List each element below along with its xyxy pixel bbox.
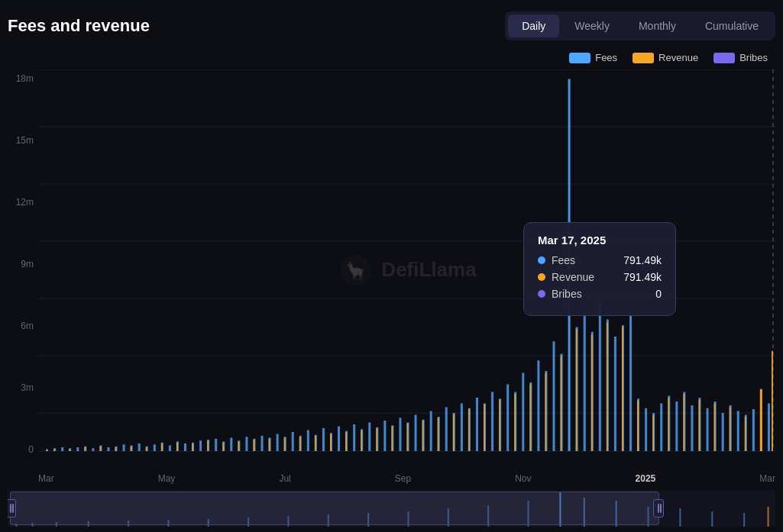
svg-rect-150 [760,390,762,451]
scrollbar-handle[interactable] [10,492,659,525]
svg-rect-178 [768,507,769,527]
svg-rect-44 [322,428,325,451]
revenue-color-swatch [633,53,654,63]
svg-rect-32 [230,438,232,452]
svg-rect-132 [484,405,485,451]
svg-rect-133 [499,400,500,452]
svg-rect-102 [768,404,770,452]
tab-weekly[interactable]: Weekly [561,15,623,37]
svg-rect-16 [107,447,109,451]
svg-rect-80 [599,303,601,451]
svg-rect-82 [614,337,616,451]
revenue-dot [538,273,545,281]
svg-rect-134 [514,394,516,451]
svg-rect-141 [622,327,623,452]
chart-area: 18m 15m 12m 9m 6m 3m 0 [8,69,775,528]
svg-rect-142 [637,401,639,451]
scrollbar-left-handle[interactable] [8,499,16,517]
svg-rect-108 [115,447,117,451]
svg-rect-62 [461,404,463,452]
x-label-2025: 2025 [636,473,656,484]
tooltip-date: Mar 17, 2025 [538,234,662,247]
scrollbar-container[interactable] [8,490,775,527]
svg-rect-88 [660,404,662,452]
svg-rect-66 [491,392,493,452]
svg-rect-129 [438,418,439,451]
tooltip-bribes-value: 0 [655,288,662,300]
svg-rect-60 [445,408,448,452]
svg-rect-135 [529,385,531,452]
x-label-sep: Sep [395,473,411,484]
svg-rect-38 [277,434,279,452]
svg-rect-58 [430,411,432,452]
svg-rect-104 [53,450,55,452]
svg-rect-139 [591,335,593,452]
tab-monthly[interactable]: Monthly [625,15,690,37]
svg-rect-143 [652,415,654,452]
legend-bribes: Bribes [713,52,768,63]
svg-rect-54 [399,418,401,451]
svg-rect-118 [269,439,270,451]
svg-rect-119 [284,438,286,452]
y-label-6m: 6m [21,321,34,331]
svg-rect-109 [131,447,132,451]
svg-rect-18 [123,444,125,451]
tooltip-fees-row: Fees 791.49k [538,254,662,266]
tooltip-revenue-value: 791.49k [623,271,662,283]
tooltip-bribes-row: Bribes 0 [538,288,662,300]
svg-rect-28 [199,440,202,451]
svg-rect-50 [368,423,370,452]
svg-rect-123 [345,432,347,451]
chart-with-yaxis: 18m 15m 12m 9m 6m 3m 0 [8,69,775,470]
fees-label: Fees [595,52,617,63]
y-label-15m: 15m [16,135,34,146]
tooltip-revenue-row: Revenue 791.49k [538,271,662,283]
svg-rect-147 [714,404,716,452]
bribes-label: Bribes [739,52,768,63]
svg-rect-22 [154,444,156,451]
svg-rect-124 [361,430,362,452]
svg-rect-106 [84,447,86,451]
svg-rect-144 [668,398,669,451]
svg-rect-110 [146,447,147,451]
svg-rect-34 [245,437,248,451]
svg-rect-52 [383,421,386,451]
svg-rect-117 [253,440,254,451]
page-container: Fees and revenue Daily Weekly Monthly Cu… [0,0,783,532]
revenue-label: Revenue [658,52,698,63]
svg-rect-56 [415,415,417,452]
svg-rect-137 [561,356,562,451]
svg-rect-96 [722,413,724,451]
svg-rect-42 [307,430,309,452]
svg-rect-107 [99,447,101,451]
svg-rect-140 [607,322,608,451]
svg-rect-84 [629,313,632,451]
y-label-9m: 9m [21,259,34,269]
svg-rect-145 [683,394,684,451]
svg-rect-74 [552,341,555,451]
y-axis: 18m 15m 12m 9m 6m 3m 0 [8,69,38,470]
tooltip-fees-value: 791.49k [623,254,662,266]
svg-rect-114 [207,440,209,451]
svg-rect-46 [338,427,340,452]
legend-row: Fees Revenue Bribes [8,48,775,69]
legend-revenue: Revenue [633,52,698,63]
tooltip-box: Mar 17, 2025 Fees 791.49k Revenue 791.49… [523,222,676,316]
svg-rect-68 [506,385,509,452]
svg-rect-126 [391,427,393,452]
svg-rect-130 [453,414,455,451]
svg-rect-112 [176,443,178,451]
y-label-0: 0 [28,444,34,455]
svg-rect-115 [222,443,224,451]
left-handle-grip [10,504,11,513]
svg-rect-103 [46,450,47,451]
svg-rect-98 [737,411,739,452]
svg-rect-30 [215,439,217,451]
svg-rect-48 [353,424,355,451]
tab-cumulative[interactable]: Cumulative [691,15,772,37]
tooltip-revenue-label: Revenue [552,271,617,283]
svg-rect-122 [330,434,332,452]
tab-daily[interactable]: Daily [508,15,559,37]
scrollbar-right-handle[interactable] [653,499,664,517]
y-label-3m: 3m [21,382,34,393]
